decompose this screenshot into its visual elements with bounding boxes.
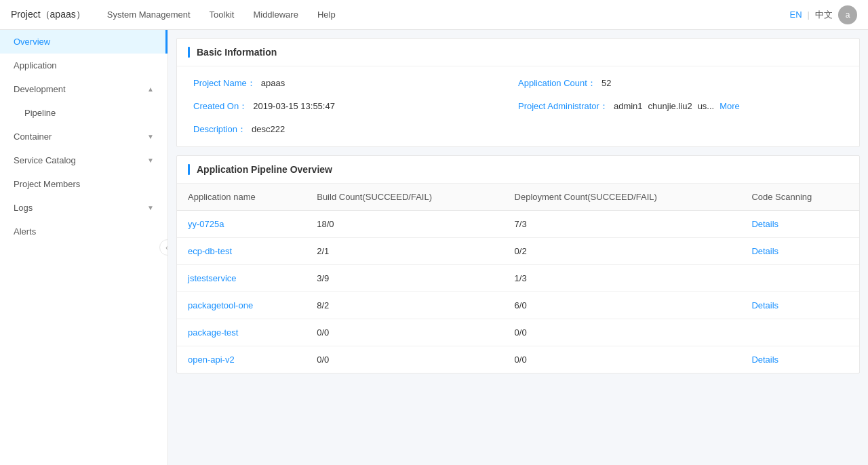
sidebar-item-logs[interactable]: Logs ▼ <box>0 196 167 220</box>
scanning-cell <box>741 265 859 292</box>
admin-2: chunjie.liu2 <box>648 101 692 111</box>
details-link[interactable]: Details <box>751 246 778 256</box>
project-admin-label: Project Administrator： <box>518 100 608 113</box>
project-admin-row: Project Administrator： admin1 chunjie.li… <box>518 100 843 113</box>
pipeline-table-head: Application name Build Count(SUCCEED/FAI… <box>177 184 859 211</box>
build-count-cell: 3/9 <box>306 265 503 292</box>
build-count-cell: 2/1 <box>306 238 503 265</box>
more-admins-link[interactable]: More <box>719 101 740 111</box>
details-link[interactable]: Details <box>751 300 778 310</box>
deploy-count-cell: 7/3 <box>504 211 741 238</box>
scanning-cell: Details <box>741 238 859 265</box>
app-name-link[interactable]: yy-0725a <box>188 219 224 229</box>
app-name-link[interactable]: ecp-db-test <box>188 246 232 256</box>
app-name-cell: open-api-v2 <box>177 346 306 373</box>
sidebar-item-application[interactable]: Application <box>0 54 167 77</box>
app-name-cell: packagetool-one <box>177 292 306 319</box>
sidebar-item-alerts[interactable]: Alerts <box>0 220 167 243</box>
lang-en-button[interactable]: EN <box>790 9 802 20</box>
pipeline-overview-title: Application Pipeline Overview <box>197 164 332 175</box>
sidebar: Overview Application Development ▲ Pipel… <box>0 30 168 465</box>
pipeline-overview-section: Application Pipeline Overview Applicatio… <box>176 155 860 373</box>
col-deploy-count: Deployment Count(SUCCEED/FAIL) <box>504 184 741 211</box>
scanning-cell: Details <box>741 292 859 319</box>
deploy-count-cell: 0/0 <box>504 319 741 346</box>
main-content: Basic Information Project Name： apaas Cr… <box>168 30 868 465</box>
deploy-count-cell: 6/0 <box>504 292 741 319</box>
table-row: packagetool-one8/26/0Details <box>177 292 859 319</box>
sidebar-item-service-catalog[interactable]: Service Catalog ▼ <box>0 148 167 172</box>
app-name-cell: package-test <box>177 319 306 346</box>
build-count-cell: 0/0 <box>306 319 503 346</box>
nav-middleware[interactable]: Middleware <box>253 9 298 20</box>
app-name-cell: ecp-db-test <box>177 238 306 265</box>
build-count-cell: 0/0 <box>306 346 503 373</box>
basic-info-left: Project Name： apaas Created On： 2019-03-… <box>193 77 518 136</box>
main-layout: Overview Application Development ▲ Pipel… <box>0 30 868 465</box>
nav-system-management[interactable]: System Management <box>107 9 191 20</box>
description-label: Description： <box>193 123 246 136</box>
project-name-row: Project Name： apaas <box>193 77 518 89</box>
scanning-cell <box>741 319 859 346</box>
build-count-cell: 18/0 <box>306 211 503 238</box>
sidebar-item-pipeline[interactable]: Pipeline <box>0 101 167 125</box>
nav-toolkit[interactable]: Toolkit <box>210 9 235 20</box>
top-nav: Project（apaas） System Management Toolkit… <box>0 0 868 30</box>
sidebar-item-container[interactable]: Container ▼ <box>0 125 167 148</box>
pipeline-overview-header: Application Pipeline Overview <box>177 156 859 184</box>
topnav-right: EN | 中文 a <box>790 5 857 24</box>
brand-title[interactable]: Project（apaas） <box>11 9 85 21</box>
app-count-row: Application Count： 52 <box>518 77 843 89</box>
section-bar <box>188 47 190 58</box>
col-code-scanning: Code Scanning <box>741 184 859 211</box>
basic-info-right: Application Count： 52 Project Administra… <box>518 77 843 136</box>
sidebar-collapse-button[interactable]: « <box>159 239 168 256</box>
pipeline-table: Application name Build Count(SUCCEED/FAI… <box>177 184 859 373</box>
nav-help[interactable]: Help <box>317 9 336 20</box>
lang-separator: | <box>808 9 810 20</box>
development-collapse-icon: ▲ <box>147 85 154 93</box>
app-count-value: 52 <box>601 78 611 88</box>
table-row: package-test0/00/0 <box>177 319 859 346</box>
pipeline-section-bar <box>188 164 190 175</box>
col-app-name: Application name <box>177 184 306 211</box>
app-name-link[interactable]: open-api-v2 <box>188 355 235 365</box>
description-row: Description： desc222 <box>193 123 518 136</box>
lang-zh-button[interactable]: 中文 <box>815 9 833 21</box>
sidebar-item-development[interactable]: Development ▲ <box>0 77 167 101</box>
admin-1: admin1 <box>614 101 643 111</box>
service-catalog-collapse-icon: ▼ <box>147 157 154 164</box>
basic-info-title: Basic Information <box>197 47 277 58</box>
user-avatar[interactable]: a <box>838 5 857 24</box>
col-build-count: Build Count(SUCCEED/FAIL) <box>306 184 503 211</box>
app-name-link[interactable]: jstestservice <box>188 273 237 283</box>
created-on-row: Created On： 2019-03-15 13:55:47 <box>193 100 518 113</box>
basic-info-body: Project Name： apaas Created On： 2019-03-… <box>177 66 859 146</box>
project-admins-values: admin1 chunjie.liu2 us... More <box>614 101 740 111</box>
app-name-cell: jstestservice <box>177 265 306 292</box>
pipeline-table-body: yy-0725a18/07/3Detailsecp-db-test2/10/2D… <box>177 211 859 373</box>
deploy-count-cell: 0/2 <box>504 238 741 265</box>
app-count-label: Application Count： <box>518 77 596 89</box>
project-name-value: apaas <box>261 78 285 88</box>
logs-collapse-icon: ▼ <box>147 204 154 211</box>
app-name-link[interactable]: packagetool-one <box>188 300 253 310</box>
details-link[interactable]: Details <box>751 355 778 365</box>
sidebar-item-project-members[interactable]: Project Members <box>0 172 167 196</box>
app-name-link[interactable]: package-test <box>188 327 238 338</box>
table-row: yy-0725a18/07/3Details <box>177 211 859 238</box>
created-on-value: 2019-03-15 13:55:47 <box>253 101 335 111</box>
table-row: open-api-v20/00/0Details <box>177 346 859 373</box>
table-row: jstestservice3/91/3 <box>177 265 859 292</box>
container-collapse-icon: ▼ <box>147 133 154 140</box>
pipeline-table-header-row: Application name Build Count(SUCCEED/FAI… <box>177 184 859 211</box>
deploy-count-cell: 1/3 <box>504 265 741 292</box>
project-name-label: Project Name： <box>193 77 256 89</box>
table-row: ecp-db-test2/10/2Details <box>177 238 859 265</box>
build-count-cell: 8/2 <box>306 292 503 319</box>
admin-3: us... <box>698 101 715 111</box>
sidebar-item-overview[interactable]: Overview <box>0 30 167 54</box>
basic-info-section: Basic Information Project Name： apaas Cr… <box>176 38 860 147</box>
scanning-cell: Details <box>741 346 859 373</box>
details-link[interactable]: Details <box>751 219 778 229</box>
